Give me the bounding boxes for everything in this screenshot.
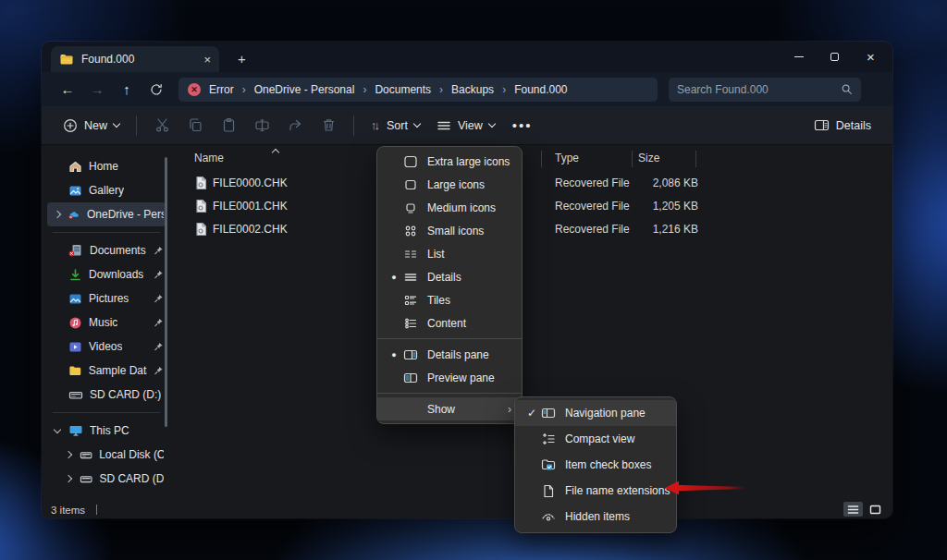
column-divider[interactable] [695,151,696,167]
breadcrumb-item-documents[interactable]: Documents [375,83,431,96]
breadcrumb-chevron-icon: › [363,83,366,96]
paste-icon [221,117,237,133]
sidebar-item-home[interactable]: Home [47,154,166,178]
sidebar-item-gallery[interactable]: Gallery [47,178,166,202]
back-button[interactable]: ← [53,77,82,103]
view-button[interactable]: View [428,112,503,140]
close-button[interactable]: × [853,43,889,71]
submenu-item-item-check-boxes[interactable]: Item check boxes [515,452,676,478]
thumbnail-view-toggle[interactable] [866,502,885,517]
menu-divider [377,393,522,394]
menu-item-label: Extra large icons [427,155,510,168]
forward-button[interactable]: → [82,77,112,103]
breadcrumb[interactable]: ✕ Error › OneDrive - Personal › Document… [178,78,658,102]
submenu-item-hidden-items[interactable]: Hidden items [515,504,676,530]
breadcrumb-item-backups[interactable]: Backups [451,83,494,96]
view-menu: Extra large icons Large icons Medium ico… [376,146,523,424]
submenu-item-file-name-extensions[interactable]: File name extensions [515,478,676,504]
annotation-arrow [664,479,749,497]
menu-item-details-pane[interactable]: ● Details pane [377,343,522,366]
cut-button[interactable] [145,112,178,140]
chevron-right-icon[interactable] [65,451,72,458]
menu-item-details[interactable]: ● Details [377,265,522,288]
menu-item-show[interactable]: Show › [377,397,522,420]
delete-button[interactable] [312,112,345,140]
sidebar-item-local-disk[interactable]: Local Disk (C:) [47,443,166,467]
column-header-type[interactable]: Type [555,152,579,164]
menu-item-list[interactable]: List [377,242,522,265]
sidebar-item-label: Local Disk (C:) [99,448,164,461]
menu-item-large-icons[interactable]: Large icons [377,173,522,196]
menu-item-content[interactable]: Content [377,311,522,335]
sidebar-item-sdcard-drive[interactable]: SD CARD (D:) [47,467,166,491]
submenu-item-navigation-pane[interactable]: ✓ Navigation pane [515,400,676,426]
rename-button[interactable] [245,112,278,140]
sidebar-item-label: Sample Data [89,364,147,377]
new-tab-icon[interactable]: + [238,51,246,67]
file-row[interactable]: FILE0002.CHK Recovered File Fra... 1,216… [171,218,881,241]
sidebar-scrollbar[interactable] [165,157,167,427]
tab-bar: Found.000 × + × [42,42,892,72]
sort-icon: ↑↓ [371,118,380,132]
sidebar-item-sample-data[interactable]: Sample Data [47,359,166,383]
paste-button[interactable] [212,112,245,140]
search-input[interactable] [677,83,841,96]
file-row[interactable]: FILE0000.CHK Recovered File Fra... 2,086… [171,172,881,195]
sidebar-item-documents[interactable]: Documents [47,238,166,262]
submenu-item-compact-view[interactable]: Compact view [515,426,676,452]
show-submenu: ✓ Navigation pane Compact view Item chec… [514,396,677,533]
up-button[interactable]: ↑ [112,77,141,103]
submenu-item-label: Hidden items [565,510,630,523]
sidebar-item-music[interactable]: Music [47,310,166,335]
sidebar-item-onedrive[interactable]: OneDrive - Personal [47,202,166,226]
hidden-items-icon [541,511,556,523]
column-divider[interactable] [632,151,633,167]
new-button[interactable]: New [55,112,128,140]
chk-file-icon [194,222,208,237]
checkmark-icon: ✓ [523,407,541,420]
details-pane-button[interactable]: Details [806,112,879,140]
menu-item-tiles[interactable]: Tiles [377,288,522,311]
menu-item-medium-icons[interactable]: Medium icons [377,196,522,219]
plus-circle-icon [63,118,78,133]
selected-bullet-icon: ● [385,350,403,359]
tab-close-icon[interactable]: × [203,54,211,66]
breadcrumb-item-onedrive[interactable]: OneDrive - Personal [254,83,355,96]
copy-button[interactable] [178,112,212,140]
menu-item-preview-pane[interactable]: Preview pane [377,366,522,389]
sidebar-item-videos[interactable]: Videos [47,335,166,359]
search-box[interactable] [669,78,861,102]
view-label: View [458,119,483,132]
sort-label: Sort [387,119,408,132]
details-view-toggle[interactable] [843,502,863,517]
column-divider[interactable] [541,151,542,167]
maximize-button[interactable] [817,43,853,71]
sidebar-item-pictures[interactable]: Pictures [47,286,166,310]
menu-item-small-icons[interactable]: Small icons [377,219,522,242]
sidebar-item-downloads[interactable]: Downloads [47,262,166,286]
menu-item-label: Preview pane [427,371,495,384]
column-header-name[interactable]: Name [194,152,224,164]
chevron-right-icon[interactable] [65,475,72,482]
explorer-tab[interactable]: Found.000 × [51,46,219,72]
chevron-down-icon[interactable] [54,425,61,432]
more-options-button[interactable]: ••• [503,117,542,133]
up-icon: ↑ [123,81,130,97]
sidebar-item-this-pc[interactable]: This PC [47,419,166,443]
column-header-size[interactable]: Size [638,152,659,164]
share-button[interactable] [278,112,312,140]
breadcrumb-item-found000[interactable]: Found.000 [514,83,567,96]
forward-icon: → [91,81,105,97]
menu-item-label: Details pane [427,348,489,361]
menu-item-label: Details [427,271,461,284]
sidebar-item-label: Videos [89,340,122,353]
chevron-right-icon[interactable] [54,211,61,218]
breadcrumb-item-error[interactable]: Error [209,83,234,96]
file-name: FILE0002.CHK [213,223,288,236]
menu-item-extra-large-icons[interactable]: Extra large icons [377,150,522,173]
minimize-button[interactable] [781,43,817,71]
sidebar-item-sdcard[interactable]: SD CARD (D:) [47,383,166,407]
file-row[interactable]: FILE0001.CHK Recovered File Fra... 1,205… [171,195,881,218]
sort-button[interactable]: ↑↓ Sort [363,112,428,140]
refresh-button[interactable] [141,77,171,103]
